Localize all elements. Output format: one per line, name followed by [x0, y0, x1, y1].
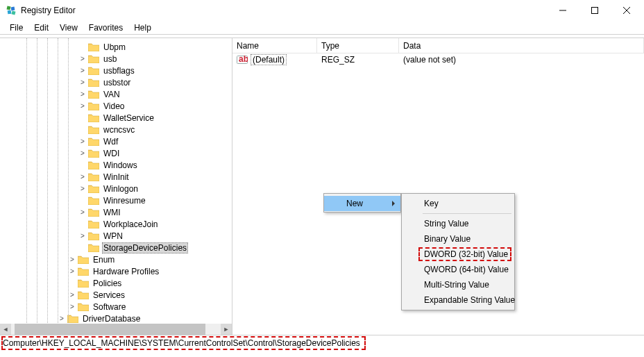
value-name: (Default) — [251, 54, 287, 65]
expand-icon[interactable]: > — [78, 56, 87, 63]
folder-icon — [88, 208, 99, 217]
tree-item-label: WinInit — [102, 172, 130, 182]
tree-item[interactable]: >VAN — [0, 88, 232, 100]
scroll-right-arrow[interactable]: ► — [221, 324, 232, 335]
close-button[interactable] — [611, 0, 643, 21]
svg-rect-3 — [11, 10, 15, 15]
context-menu-label: New — [346, 199, 363, 208]
context-submenu-new: Key String Value Binary Value DWORD (32-… — [401, 193, 515, 310]
tree-item[interactable]: >WPN — [0, 230, 232, 242]
values-header: Name Type Data — [232, 38, 644, 53]
tree-item[interactable]: Ubpm — [0, 41, 232, 53]
scroll-thumb[interactable] — [15, 324, 205, 335]
expand-icon[interactable]: > — [78, 91, 87, 98]
submenu-label: QWORD (64-bit) Value — [424, 265, 509, 274]
tree-item[interactable]: >Winlogon — [0, 183, 232, 194]
tree-item[interactable]: >WinInit — [0, 171, 232, 183]
submenu-item-expandstring[interactable]: Expandable String Value — [402, 292, 514, 308]
submenu-item-binary[interactable]: Binary Value — [402, 231, 514, 247]
submenu-item-multistring[interactable]: Multi-String Value — [402, 277, 514, 292]
tree-horizontal-scrollbar[interactable]: ◄ ► — [0, 324, 232, 335]
tree-item[interactable]: >DriverDatabase — [0, 313, 232, 324]
tree-item-label: Policies — [92, 279, 123, 288]
submenu-arrow-icon — [392, 201, 395, 206]
tree-item[interactable]: wcncsvc — [0, 124, 232, 135]
expand-icon[interactable]: > — [78, 138, 87, 145]
expand-icon[interactable]: > — [78, 67, 87, 74]
tree-item[interactable]: Windows — [0, 159, 232, 171]
expand-icon[interactable]: > — [78, 103, 87, 110]
tree-item-label: Software — [92, 302, 127, 312]
expand-icon[interactable]: > — [68, 304, 76, 310]
svg-text:ab: ab — [239, 55, 248, 64]
menu-help[interactable]: Help — [128, 22, 157, 34]
folder-icon — [88, 243, 99, 252]
submenu-item-dword[interactable]: DWORD (32-bit) Value — [402, 247, 514, 262]
folder-icon — [88, 78, 99, 87]
tree-item[interactable]: >Hardware Profiles — [0, 265, 232, 277]
column-data[interactable]: Data — [399, 38, 644, 53]
folder-icon — [78, 302, 89, 311]
registry-tree[interactable]: Ubpm>usb>usbflags>usbstor>VAN>VideoWalle… — [0, 38, 232, 324]
context-menu-item-new[interactable]: New — [324, 196, 400, 211]
column-type[interactable]: Type — [317, 38, 399, 53]
tree-item[interactable]: Winresume — [0, 194, 232, 206]
menu-file[interactable]: File — [4, 22, 28, 34]
values-pane: Name Type Data ab (Default) REG_SZ (valu… — [232, 38, 644, 335]
submenu-item-qword[interactable]: QWORD (64-bit) Value — [402, 262, 514, 277]
menu-edit[interactable]: Edit — [28, 22, 54, 34]
scroll-track[interactable] — [11, 324, 221, 335]
menu-favorites[interactable]: Favorites — [83, 22, 128, 34]
tree-item[interactable]: WorkplaceJoin — [0, 218, 232, 230]
expand-icon[interactable]: > — [68, 292, 76, 299]
tree-item[interactable]: >Video — [0, 100, 232, 112]
tree-item-label: Winlogon — [102, 184, 139, 194]
scroll-left-arrow[interactable]: ◄ — [0, 324, 11, 335]
submenu-item-string[interactable]: String Value — [402, 216, 514, 231]
tree-item[interactable]: StorageDevicePolicies — [0, 242, 232, 254]
expand-icon[interactable]: > — [58, 315, 66, 322]
folder-icon — [78, 279, 89, 288]
svg-line-7 — [623, 7, 630, 14]
expand-icon[interactable]: > — [78, 209, 87, 216]
tree-item[interactable]: Policies — [0, 277, 232, 289]
expand-icon[interactable]: > — [68, 268, 76, 275]
tree-item-label: usbflags — [102, 66, 136, 76]
svg-rect-1 — [11, 7, 15, 11]
tree-item-label: DriverDatabase — [81, 314, 142, 324]
value-row[interactable]: ab (Default) REG_SZ (value not set) — [232, 53, 644, 66]
minimize-button[interactable] — [547, 0, 579, 21]
tree-item[interactable]: >usbflags — [0, 65, 232, 76]
tree-item[interactable]: >WDI — [0, 147, 232, 159]
tree-item-label: usb — [102, 54, 118, 64]
expand-icon[interactable]: > — [78, 185, 87, 192]
submenu-item-key[interactable]: Key — [402, 196, 514, 211]
tree-item[interactable]: >usb — [0, 53, 232, 65]
tree-scroll: Ubpm>usb>usbflags>usbstor>VAN>VideoWalle… — [0, 38, 232, 324]
tree-item[interactable]: WalletService — [0, 112, 232, 124]
expand-icon[interactable]: > — [78, 150, 87, 157]
tree-item[interactable]: >Software — [0, 301, 232, 313]
tree-item-label: WalletService — [102, 113, 155, 123]
tree-item[interactable]: >Services — [0, 289, 232, 301]
context-menu: New — [323, 193, 401, 213]
tree-item[interactable]: >WMI — [0, 206, 232, 218]
folder-icon — [88, 125, 99, 134]
menu-view[interactable]: View — [54, 22, 83, 34]
column-name[interactable]: Name — [232, 38, 317, 53]
tree-item[interactable]: >Wdf — [0, 135, 232, 147]
expand-icon[interactable]: > — [68, 256, 76, 263]
maximize-button[interactable] — [579, 0, 611, 21]
expand-icon[interactable]: > — [78, 233, 87, 240]
folder-icon — [88, 137, 99, 146]
expand-icon[interactable]: > — [78, 79, 87, 86]
folder-icon — [88, 149, 99, 158]
tree-item[interactable]: >Enum — [0, 254, 232, 265]
folder-icon — [88, 196, 99, 205]
tree-item-label: Video — [102, 101, 126, 111]
folder-icon — [88, 113, 99, 122]
tree-item-label: WMI — [102, 208, 122, 217]
expand-icon[interactable]: > — [78, 174, 87, 181]
tree-item-label: Windows — [102, 160, 139, 170]
tree-item[interactable]: >usbstor — [0, 76, 232, 88]
